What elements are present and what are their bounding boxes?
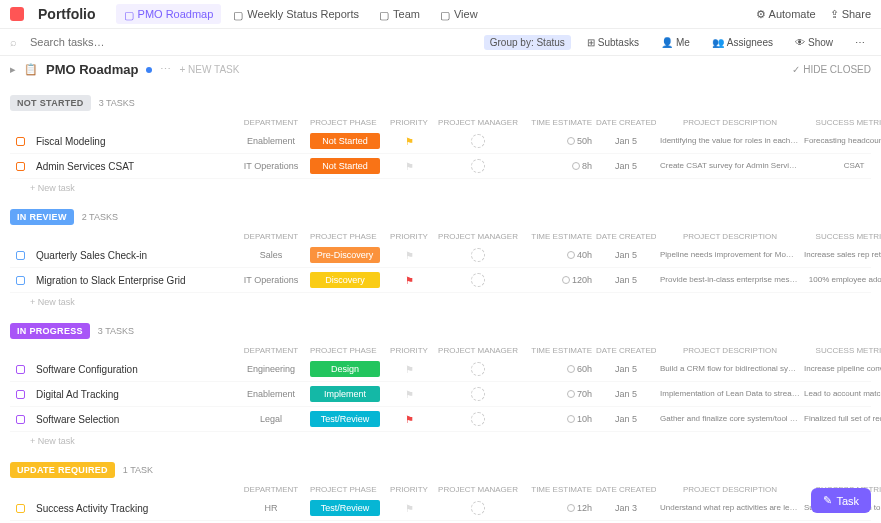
pm-avatar[interactable]: [471, 412, 485, 426]
assignees-filter[interactable]: 👥 Assignees: [706, 35, 779, 50]
task-name[interactable]: Digital Ad Tracking: [32, 389, 232, 400]
status-square[interactable]: [16, 365, 25, 374]
me-filter[interactable]: 👤 Me: [655, 35, 696, 50]
phase-badge[interactable]: Design: [310, 361, 380, 377]
time-estimate: 40h: [522, 250, 592, 260]
automate-button[interactable]: ⚙ Automate: [756, 8, 816, 21]
status-square[interactable]: [16, 162, 25, 171]
more-menu[interactable]: ⋯: [849, 35, 871, 50]
phase-badge[interactable]: Test/Review: [310, 411, 380, 427]
task-name[interactable]: Migration to Slack Enterprise Grid: [32, 275, 232, 286]
task-name[interactable]: Success Activity Tracking: [32, 503, 232, 514]
task-name[interactable]: Quarterly Sales Check-in: [32, 250, 232, 261]
task-fab[interactable]: ✎ Task: [811, 488, 871, 513]
metrics-cell: Increase sales rep retention rates QoQ a…: [804, 250, 881, 260]
add-task-button[interactable]: + New task: [10, 179, 871, 197]
group-badge[interactable]: IN REVIEW: [10, 209, 74, 225]
phase-badge[interactable]: Not Started: [310, 133, 380, 149]
phase-badge[interactable]: Not Started: [310, 158, 380, 174]
column-headers: DEPARTMENTPROJECT PHASE +PRIORITYPROJECT…: [10, 343, 871, 357]
description-cell: Create CSAT survey for Admin Services: [660, 161, 800, 171]
description-cell: Provide best-in-class enterprise messagi…: [660, 275, 800, 285]
status-square[interactable]: [16, 137, 25, 146]
date-created: Jan 5: [596, 389, 656, 399]
group-by-pill[interactable]: Group by: Status: [484, 35, 571, 50]
task-row[interactable]: Software Selection Legal Test/Review ⚑ 1…: [10, 407, 871, 432]
metrics-cell: Lead to account matching and handling of…: [804, 389, 881, 399]
description-cell: Implementation of Lean Data to streamlin…: [660, 389, 800, 399]
date-created: Jan 5: [596, 136, 656, 146]
task-row[interactable]: Fiscal Modeling Enablement Not Started ⚑…: [10, 129, 871, 154]
pm-avatar[interactable]: [471, 362, 485, 376]
task-row[interactable]: Quarterly Sales Check-in Sales Pre-Disco…: [10, 243, 871, 268]
task-row[interactable]: Software Configuration Engineering Desig…: [10, 357, 871, 382]
priority-cell[interactable]: ⚑: [384, 414, 434, 425]
status-square[interactable]: [16, 415, 25, 424]
task-name[interactable]: Software Selection: [32, 414, 232, 425]
add-task-button[interactable]: + New task: [10, 432, 871, 450]
priority-cell[interactable]: ⚑: [384, 503, 434, 514]
pm-avatar[interactable]: [471, 248, 485, 262]
tab-team[interactable]: ▢Team: [371, 4, 428, 24]
priority-cell[interactable]: ⚑: [384, 364, 434, 375]
priority-cell[interactable]: ⚑: [384, 275, 434, 286]
collapse-icon[interactable]: ▸: [10, 63, 16, 76]
metrics-cell: Increase pipeline conversion of new busi…: [804, 364, 881, 374]
priority-cell[interactable]: ⚑: [384, 250, 434, 261]
pm-avatar[interactable]: [471, 273, 485, 287]
phase-badge[interactable]: Discovery: [310, 272, 380, 288]
metrics-cell: Forecasting headcount, bottom line, CAC,…: [804, 136, 881, 146]
list-icon: 📋: [24, 63, 38, 76]
task-row[interactable]: Success Activity Tracking HR Test/Review…: [10, 496, 871, 521]
priority-cell[interactable]: ⚑: [384, 136, 434, 147]
task-row[interactable]: Migration to Slack Enterprise Grid IT Op…: [10, 268, 871, 293]
status-square[interactable]: [16, 276, 25, 285]
pm-avatar[interactable]: [471, 501, 485, 515]
tab-weekly-status-reports[interactable]: ▢Weekly Status Reports: [225, 4, 367, 24]
priority-cell[interactable]: ⚑: [384, 389, 434, 400]
group-badge[interactable]: NOT STARTED: [10, 95, 91, 111]
show-menu[interactable]: 👁 Show: [789, 35, 839, 50]
task-name[interactable]: Software Configuration: [32, 364, 232, 375]
search-input[interactable]: [27, 33, 474, 51]
department-cell: Legal: [236, 414, 306, 424]
tab-view[interactable]: ▢View: [432, 4, 486, 24]
app-title: Portfolio: [38, 6, 96, 22]
new-task-button[interactable]: + NEW TASK: [179, 64, 239, 75]
app-icon: [10, 7, 24, 21]
task-row[interactable]: Digital Ad Tracking Enablement Implement…: [10, 382, 871, 407]
time-estimate: 70h: [522, 389, 592, 399]
time-estimate: 12h: [522, 503, 592, 513]
status-square[interactable]: [16, 504, 25, 513]
task-row[interactable]: Admin Services CSAT IT Operations Not St…: [10, 154, 871, 179]
group-badge[interactable]: UPDATE REQUIRED: [10, 462, 115, 478]
department-cell: HR: [236, 503, 306, 513]
department-cell: IT Operations: [236, 275, 306, 285]
task-name[interactable]: Fiscal Modeling: [32, 136, 232, 147]
group-badge[interactable]: IN PROGRESS: [10, 323, 90, 339]
tab-pmo-roadmap[interactable]: ▢PMO Roadmap: [116, 4, 222, 24]
search-icon: ⌕: [10, 36, 17, 48]
phase-badge[interactable]: Implement: [310, 386, 380, 402]
phase-badge[interactable]: Test/Review: [310, 500, 380, 516]
phase-badge[interactable]: Pre-Discovery: [310, 247, 380, 263]
metrics-cell: Finalized full set of requirements for V…: [804, 414, 881, 424]
pm-avatar[interactable]: [471, 387, 485, 401]
hide-closed-button[interactable]: ✓ HIDE CLOSED: [792, 64, 871, 75]
status-square[interactable]: [16, 251, 25, 260]
more-icon[interactable]: ⋯: [160, 63, 171, 76]
department-cell: Enablement: [236, 389, 306, 399]
add-task-button[interactable]: + New task: [10, 293, 871, 311]
share-button[interactable]: ⇪ Share: [830, 8, 871, 21]
task-name[interactable]: Admin Services CSAT: [32, 161, 232, 172]
status-square[interactable]: [16, 390, 25, 399]
priority-cell[interactable]: ⚑: [384, 161, 434, 172]
date-created: Jan 5: [596, 275, 656, 285]
department-cell: Engineering: [236, 364, 306, 374]
department-cell: Sales: [236, 250, 306, 260]
date-created: Jan 5: [596, 250, 656, 260]
pm-avatar[interactable]: [471, 159, 485, 173]
pm-avatar[interactable]: [471, 134, 485, 148]
subtasks-toggle[interactable]: ⊞ Subtasks: [581, 35, 645, 50]
description-cell: Gather and finalize core system/tool req…: [660, 414, 800, 424]
